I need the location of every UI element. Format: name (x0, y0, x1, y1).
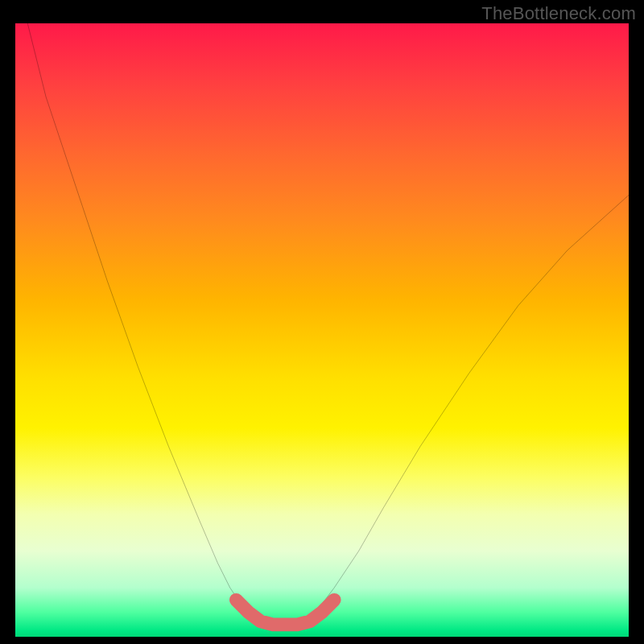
plot-area (15, 23, 629, 637)
right-curve-path (303, 195, 629, 624)
bottom-highlight-path (236, 600, 334, 624)
attribution-label: TheBottleneck.com (481, 3, 636, 24)
left-curve-path (27, 23, 266, 625)
chart-frame: TheBottleneck.com (0, 0, 644, 644)
curve-layer (15, 23, 629, 637)
